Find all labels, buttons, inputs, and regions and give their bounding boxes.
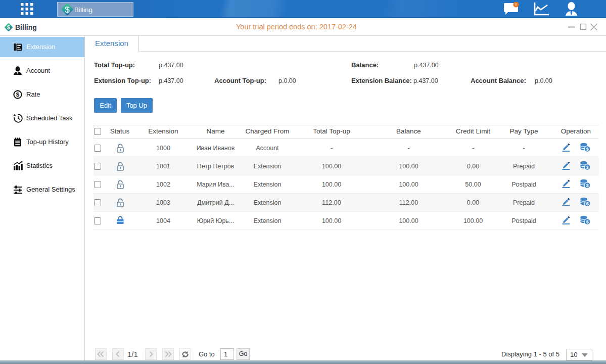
svg-text:$: $ xyxy=(586,165,588,170)
svg-text:$: $ xyxy=(16,92,20,98)
svg-text:$: $ xyxy=(7,25,10,30)
svg-text:!: ! xyxy=(516,2,517,7)
svg-text:$: $ xyxy=(586,201,588,206)
svg-text:$: $ xyxy=(586,219,588,224)
svg-text:$: $ xyxy=(65,5,70,15)
svg-text:$: $ xyxy=(586,147,588,152)
svg-text:$: $ xyxy=(586,183,588,188)
